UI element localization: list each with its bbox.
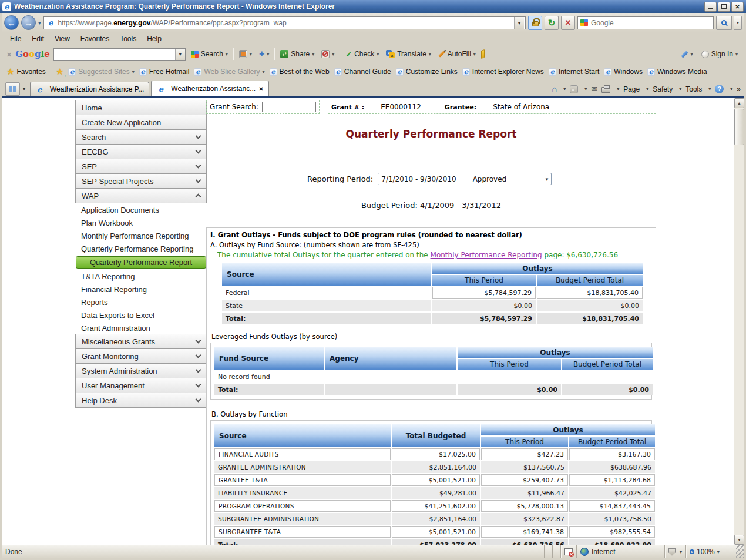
- print-icon[interactable]: [601, 87, 610, 93]
- sidebar-item-reports[interactable]: Reports: [75, 296, 207, 308]
- menu-favorites[interactable]: Favorites: [76, 33, 114, 44]
- scrollbar-thumb[interactable]: [734, 109, 744, 145]
- scroll-down-button[interactable]: [734, 535, 744, 545]
- safety-menu[interactable]: Safety: [653, 85, 673, 93]
- reporting-period-select[interactable]: 7/1/2010 - 9/30/2010 Approved: [378, 173, 552, 185]
- sidebar-item-miscellaneous-grants[interactable]: Miscellaneous Grants: [75, 334, 207, 349]
- favorite-internet-start[interactable]: Internet Start: [549, 68, 599, 76]
- tab-2-active[interactable]: Weatherization Assistanc...: [151, 81, 268, 96]
- sidebar-item-create-new-application[interactable]: Create New Application: [75, 115, 207, 130]
- safety-menu-caret[interactable]: [679, 86, 681, 92]
- favorite-windows[interactable]: Windows: [604, 68, 643, 76]
- spellcheck-button[interactable]: Check: [344, 49, 381, 60]
- google-search-button[interactable]: Search: [189, 49, 230, 59]
- tab-list-dropdown[interactable]: [20, 82, 28, 96]
- sidebar-item-quarterly-performance-report-selected[interactable]: Quarterly Performance Report: [76, 256, 206, 269]
- add-gadget-button[interactable]: [257, 48, 271, 61]
- favorites-button[interactable]: Favorites: [6, 66, 46, 77]
- favorite-customize-links[interactable]: Customize Links: [396, 68, 458, 76]
- menu-edit[interactable]: Edit: [27, 33, 49, 44]
- table-cell-editable[interactable]: $18,831,705.40: [537, 287, 643, 299]
- sidebar-item-monthly-performance-reporting[interactable]: Monthly Performance Reporting: [75, 229, 207, 242]
- sidebar-item-user-management[interactable]: User Management: [75, 378, 207, 393]
- sidebar-item-sep-special-projects[interactable]: SEP Special Projects: [75, 173, 207, 189]
- sidebar-item-financial-reporting[interactable]: Financial Reporting: [75, 283, 207, 296]
- page-menu[interactable]: Page: [623, 85, 640, 93]
- help-icon[interactable]: [715, 85, 724, 93]
- sidebar-item-grant-administration[interactable]: Grant Administration: [75, 321, 207, 334]
- table-cell-editable[interactable]: $14,837,443.45: [569, 500, 655, 512]
- sidebar-item-plan-workbook[interactable]: Plan Workbook: [75, 216, 207, 229]
- sidebar-item-system-administration[interactable]: System Administration: [75, 363, 207, 378]
- menu-file[interactable]: File: [5, 33, 26, 44]
- table-cell-editable[interactable]: $259,407.73: [481, 474, 568, 486]
- rss-dropdown[interactable]: [584, 86, 587, 92]
- table-cell-editable[interactable]: $3,167.30: [569, 448, 655, 460]
- tools-menu-caret[interactable]: [708, 86, 711, 92]
- add-to-favorites-button[interactable]: [56, 66, 63, 77]
- tools-menu[interactable]: Tools: [685, 85, 702, 93]
- address-dropdown-button[interactable]: [514, 17, 524, 29]
- table-cell-editable[interactable]: $169,741.38: [481, 526, 568, 538]
- home-icon[interactable]: [552, 84, 557, 94]
- refresh-button[interactable]: [545, 16, 559, 30]
- scroll-up-button[interactable]: [734, 98, 744, 108]
- sidebar-item-grant-monitoring[interactable]: Grant Monitoring: [75, 348, 207, 364]
- google-search-input[interactable]: [54, 49, 175, 60]
- sidebar-item-application-documents[interactable]: Application Documents: [75, 203, 207, 216]
- favorite-web-slice-gallery[interactable]: Web Slice Gallery: [194, 68, 264, 76]
- menu-tools[interactable]: Tools: [115, 33, 141, 44]
- toolbar-options-button[interactable]: [679, 51, 695, 58]
- sidebar-item-data-exports-to-excel[interactable]: Data Exports to Excel: [75, 308, 207, 321]
- sidebar-item-wap[interactable]: WAP: [75, 188, 207, 203]
- menu-help[interactable]: Help: [142, 33, 166, 44]
- autofill-button[interactable]: AutoFill: [436, 49, 478, 59]
- security-zone[interactable]: Internet: [576, 545, 664, 558]
- favorite-suggested-sites[interactable]: Suggested Sites: [68, 68, 134, 76]
- menu-view[interactable]: View: [50, 33, 75, 44]
- forward-button[interactable]: [21, 15, 36, 30]
- back-button[interactable]: [4, 15, 19, 30]
- privacy-report[interactable]: [664, 545, 685, 558]
- privacy-dropdown[interactable]: [680, 549, 682, 555]
- toolbar-close-icon[interactable]: [6, 49, 12, 59]
- monthly-performance-reporting-link[interactable]: Monthly Performance Reporting: [431, 251, 542, 259]
- sidebar-item-quarterly-performance-reporting[interactable]: Quarterly Performance Reporting: [75, 242, 207, 255]
- protected-mode-indicator[interactable]: [560, 545, 576, 558]
- sidebar-item-home[interactable]: Home: [75, 100, 207, 115]
- highlighter-icon[interactable]: [481, 49, 485, 59]
- home-dropdown[interactable]: [563, 86, 566, 92]
- signin-button[interactable]: Sign In: [700, 49, 740, 59]
- sidebar-item-eecbg[interactable]: EECBG: [75, 144, 207, 159]
- rss-feed-icon[interactable]: [570, 85, 578, 93]
- table-cell-editable[interactable]: $427.23: [481, 448, 568, 460]
- print-dropdown[interactable]: [617, 86, 619, 92]
- google-search-field[interactable]: [53, 48, 186, 61]
- favorite-channel-guide[interactable]: Channel Guide: [334, 68, 391, 76]
- favorite-free-hotmail[interactable]: Free Hotmail: [139, 68, 190, 76]
- close-tab-icon[interactable]: [258, 85, 263, 93]
- sidebar-item-sep[interactable]: SEP: [75, 159, 207, 174]
- favorite-ie-news[interactable]: Internet Explorer News: [462, 68, 544, 76]
- sidebar-item-search[interactable]: Search: [75, 129, 207, 145]
- zoom-control[interactable]: 100%: [685, 545, 736, 558]
- popup-blocker-button[interactable]: [320, 49, 336, 59]
- sidebar-item-tta-reporting[interactable]: T&TA Reporting: [75, 270, 207, 283]
- maximize-button[interactable]: [718, 2, 730, 12]
- google-search-history-dropdown[interactable]: [175, 49, 185, 60]
- close-button[interactable]: [731, 2, 744, 12]
- share-button[interactable]: Share: [278, 49, 316, 59]
- translate-button[interactable]: AaTranslate: [384, 49, 433, 59]
- table-cell-editable[interactable]: $982,555.54: [569, 526, 655, 538]
- minimize-button[interactable]: [704, 2, 717, 12]
- table-cell-editable[interactable]: $1,113,284.68: [569, 474, 655, 486]
- table-cell-editable[interactable]: $5,728,000.13: [481, 500, 568, 512]
- zoom-dropdown[interactable]: [717, 549, 720, 555]
- search-options-dropdown[interactable]: [734, 16, 742, 30]
- layout-button[interactable]: [237, 49, 254, 59]
- page-menu-caret[interactable]: [646, 86, 648, 92]
- recent-pages-dropdown-icon[interactable]: [38, 20, 41, 26]
- grant-search-input[interactable]: [262, 102, 316, 112]
- address-field[interactable]: https://www.page.energy.gov/WAP/Performa…: [43, 16, 526, 29]
- vertical-scrollbar[interactable]: [734, 98, 744, 545]
